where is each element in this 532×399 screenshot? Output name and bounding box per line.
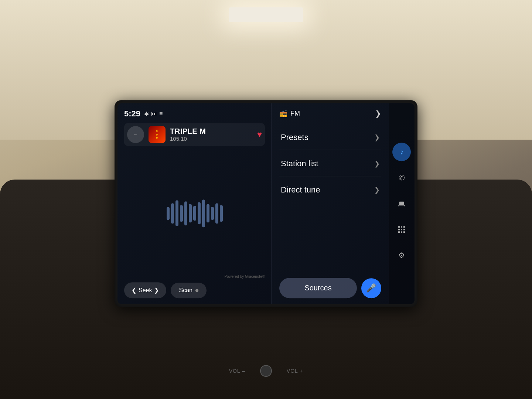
music-nav-button[interactable]: ♪ (392, 143, 411, 161)
waveform-bar (171, 203, 174, 224)
direct-tune-menu-item[interactable]: Direct tune ❯ (279, 178, 381, 202)
scan-label: Scan (179, 287, 192, 294)
waveform-bar (167, 207, 170, 220)
favorite-button[interactable]: ♥ (257, 130, 262, 139)
waveform (167, 198, 223, 228)
right-content: 📻 FM ❯ Presets ❯ Station list ❯ (272, 103, 389, 304)
station-frequency: 105.10 (170, 136, 253, 142)
bottom-controls: ❮ Seek ❯ Scan (124, 282, 265, 298)
bluetooth-icon: ✱ (144, 110, 149, 117)
direct-tune-chevron-icon: ❯ (374, 186, 380, 194)
seek-back-icon: ❮ (132, 287, 136, 294)
side-navigation: ♪ ✆ ⚙ (389, 103, 415, 304)
station-logo: MMM (149, 126, 166, 143)
apps-nav-button[interactable] (392, 220, 411, 239)
status-icons: ✱ ⏭ ≡ (144, 110, 163, 117)
waveform-bar (189, 204, 192, 222)
apps-icon (397, 225, 406, 234)
station-text: TRIPLE M 105.10 (170, 127, 253, 142)
seek-label: Seek (139, 287, 152, 294)
music-icon: ♪ (400, 148, 403, 156)
station-info: ··· MMM TRIPLE M 105.10 ♥ (124, 123, 265, 146)
direct-tune-label: Direct tune (281, 185, 320, 195)
presets-chevron-icon: ❯ (374, 133, 380, 141)
waveform-bar (207, 204, 209, 222)
powered-by-label: Powered by Gracenote® (124, 274, 265, 279)
waveform-bar (215, 203, 218, 224)
bottom-row: Sources 🎤 (279, 278, 381, 298)
waveform-bar (180, 205, 183, 222)
microphone-button[interactable]: 🎤 (361, 278, 381, 298)
car-nav-button[interactable] (392, 194, 411, 213)
station-name: TRIPLE M (170, 127, 253, 136)
waveform-bar (175, 200, 178, 226)
microphone-icon: 🎤 (366, 283, 376, 293)
band-label: FM (290, 110, 300, 117)
station-logo-text: MMM (156, 130, 158, 140)
time-display: 5:29 (124, 109, 140, 119)
menu-items: Presets ❯ Station list ❯ Direct tune ❯ (279, 125, 381, 272)
navigation-arrow[interactable]: ❯ (375, 109, 381, 118)
signal-icon: ≡ (159, 110, 163, 117)
fm-label: 📻 FM (279, 109, 300, 117)
scan-indicator (195, 289, 198, 292)
station-list-menu-item[interactable]: Station list ❯ (279, 151, 381, 176)
phone-icon: ✆ (399, 173, 405, 182)
waveform-bar (220, 205, 223, 222)
more-options-button[interactable]: ··· (127, 126, 144, 143)
left-panel: 5:29 ✱ ⏭ ≡ ··· MMM TRIPLE M 105.10 (117, 103, 272, 304)
station-list-chevron-icon: ❯ (374, 160, 380, 168)
waveform-bar (198, 202, 201, 224)
physical-controls: VOL – VOL + (137, 365, 395, 377)
scan-button[interactable]: Scan (171, 283, 206, 298)
right-panel: 📻 FM ❯ Presets ❯ Station list ❯ (272, 103, 415, 304)
waveform-bar (184, 201, 187, 225)
vol-plus-label: VOL + (287, 368, 303, 374)
presets-menu-item[interactable]: Presets ❯ (279, 125, 381, 150)
media-icon: ⏭ (151, 110, 157, 117)
ceiling-light (229, 7, 303, 22)
settings-nav-button[interactable]: ⚙ (392, 246, 411, 265)
sources-button[interactable]: Sources (279, 278, 357, 298)
screen-content: 5:29 ✱ ⏭ ≡ ··· MMM TRIPLE M 105.10 (117, 103, 415, 304)
presets-label: Presets (281, 133, 308, 142)
power-button[interactable] (260, 365, 272, 377)
waveform-bar (202, 200, 205, 227)
waveform-container (124, 152, 265, 274)
status-bar: 5:29 ✱ ⏭ ≡ (124, 109, 265, 119)
more-icon: ··· (134, 132, 137, 137)
settings-icon: ⚙ (398, 251, 405, 260)
waveform-bar (193, 206, 196, 221)
infotainment-screen: 5:29 ✱ ⏭ ≡ ··· MMM TRIPLE M 105.10 (115, 100, 417, 307)
vol-minus-label: VOL – (229, 368, 245, 374)
phone-nav-button[interactable]: ✆ (392, 168, 411, 187)
radio-icon: 📻 (279, 109, 287, 117)
waveform-bar (211, 207, 214, 220)
seek-button[interactable]: ❮ Seek ❯ (124, 282, 166, 298)
seek-forward-icon: ❯ (154, 287, 159, 294)
fm-header: 📻 FM ❯ (279, 109, 381, 118)
station-list-label: Station list (281, 159, 318, 168)
car-icon (397, 199, 406, 208)
